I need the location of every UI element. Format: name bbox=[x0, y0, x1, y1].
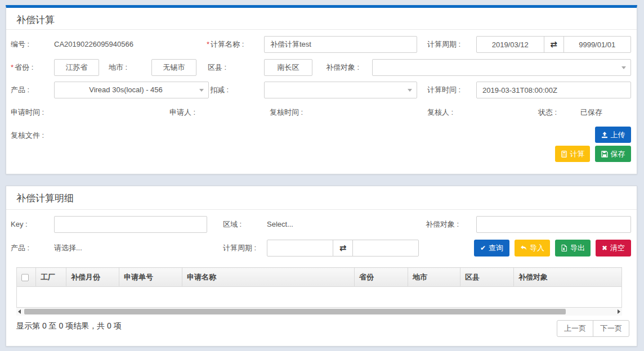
district-label: 区县 : bbox=[208, 59, 226, 76]
calc-name-label-text: 计算名称 : bbox=[211, 40, 244, 48]
horizontal-scrollbar[interactable] bbox=[16, 308, 622, 316]
prev-page-button[interactable]: 上一页 bbox=[557, 320, 593, 337]
query-button[interactable]: ✔ 查询 bbox=[474, 240, 509, 256]
compensation-calc-panel: 补偿计算 编号 : CA20190226095940566 *计算名称 : 计算… bbox=[6, 5, 637, 174]
upload-button-label: 上传 bbox=[611, 130, 625, 140]
calc-name-input[interactable] bbox=[264, 36, 417, 53]
swap-arrows-icon: ⇄ bbox=[333, 240, 353, 256]
region-multiselect[interactable]: Select... bbox=[267, 216, 293, 233]
divider bbox=[6, 209, 637, 210]
calculate-button[interactable]: 计算 bbox=[555, 146, 590, 162]
compensation-detail-panel: 补偿计算明细 Key : 区域 : Select... 补偿对象 : 产品 : … bbox=[6, 186, 637, 346]
swap-arrows-icon: ⇄ bbox=[544, 37, 564, 52]
save-icon bbox=[601, 151, 608, 158]
key-input[interactable] bbox=[54, 216, 207, 233]
city-input[interactable] bbox=[151, 59, 196, 76]
results-table: 工厂 补偿月份 申请单号 申请名称 省份 地市 区县 补偿对象 bbox=[16, 267, 622, 308]
comp-target-label: 补偿对象 : bbox=[326, 59, 359, 76]
calculate-button-label: 计算 bbox=[570, 149, 585, 159]
select-all-cell bbox=[17, 268, 36, 287]
select-all-checkbox[interactable] bbox=[21, 274, 29, 281]
column-header-province: 省份 bbox=[355, 268, 408, 287]
column-header-factory: 工厂 bbox=[36, 268, 66, 287]
applicant-label: 申请人 : bbox=[169, 107, 195, 118]
panel2-title: 补偿计算明细 bbox=[16, 192, 74, 205]
table-header-row: 工厂 补偿月份 申请单号 申请名称 省份 地市 区县 补偿对象 bbox=[17, 268, 622, 287]
district-input[interactable] bbox=[264, 59, 312, 76]
calc-time-input[interactable] bbox=[476, 82, 631, 98]
province-label-text: 省份 : bbox=[15, 63, 33, 71]
panel1-title: 补偿计算 bbox=[16, 14, 55, 26]
import-button-label: 导入 bbox=[530, 243, 544, 253]
pagination: 上一页 下一页 bbox=[557, 320, 629, 337]
column-header-comp-target: 补偿对象 bbox=[514, 268, 622, 287]
export-button[interactable]: 导出 bbox=[555, 240, 591, 256]
chevron-down-icon bbox=[408, 89, 412, 94]
scroll-left-arrow-icon[interactable] bbox=[18, 309, 21, 314]
save-button-label: 保存 bbox=[611, 149, 625, 159]
clear-button-label: 清空 bbox=[610, 243, 625, 253]
status-label: 状态 : bbox=[538, 107, 557, 118]
calc-name-label: *计算名称 : bbox=[207, 36, 244, 53]
clear-button[interactable]: ✖ 清空 bbox=[596, 240, 631, 256]
upload-icon bbox=[601, 132, 608, 138]
reviewer-label: 复核人 : bbox=[427, 107, 453, 118]
calc-period-end-input[interactable] bbox=[564, 37, 631, 52]
review-file-label: 复核文件 : bbox=[11, 130, 44, 141]
export-button-label: 导出 bbox=[570, 243, 585, 253]
deduction-select[interactable] bbox=[264, 82, 417, 98]
column-header-apply-name: 申请名称 bbox=[182, 268, 355, 287]
query-button-label: 查询 bbox=[489, 243, 503, 253]
detail-product-select[interactable]: 请选择... bbox=[54, 240, 82, 256]
calc-time-label: 计算时间 : bbox=[427, 82, 460, 98]
review-time-label: 复核时间 : bbox=[270, 107, 303, 118]
upload-button[interactable]: 上传 bbox=[595, 127, 631, 143]
clear-x-icon: ✖ bbox=[602, 245, 607, 251]
detail-period-end-input[interactable] bbox=[353, 240, 418, 256]
chevron-down-icon bbox=[199, 89, 204, 94]
import-button[interactable]: 导入 bbox=[515, 240, 550, 256]
column-header-apply-number: 申请单号 bbox=[119, 268, 182, 287]
calculator-icon bbox=[561, 151, 567, 158]
required-asterisk: * bbox=[11, 63, 14, 71]
calc-period-start-input[interactable] bbox=[477, 37, 544, 52]
status-value: 已保存 bbox=[580, 107, 602, 118]
detail-period-label: 计算周期 : bbox=[223, 240, 256, 256]
region-label: 区域 : bbox=[223, 216, 242, 233]
scrollbar-thumb[interactable] bbox=[24, 309, 566, 314]
export-excel-file-icon bbox=[561, 245, 567, 251]
product-select-value: Viread 30s(local) - 456 bbox=[55, 82, 197, 98]
empty-row bbox=[17, 287, 622, 308]
column-header-district: 区县 bbox=[460, 268, 514, 287]
calc-period-range: ⇄ bbox=[476, 36, 631, 53]
scroll-right-arrow-icon[interactable] bbox=[618, 309, 620, 314]
product-label: 产品 : bbox=[11, 82, 29, 98]
number-value: CA20190226095940566 bbox=[54, 36, 133, 53]
province-input[interactable] bbox=[54, 59, 99, 76]
city-label: 地市 : bbox=[109, 59, 127, 76]
key-label: Key : bbox=[11, 216, 28, 233]
number-label: 编号 : bbox=[11, 36, 29, 53]
column-header-comp-month: 补偿月份 bbox=[66, 268, 119, 287]
province-label: *省份 : bbox=[11, 59, 33, 76]
check-icon: ✔ bbox=[480, 245, 486, 251]
divider bbox=[6, 29, 637, 30]
next-page-button[interactable]: 下一页 bbox=[593, 320, 629, 337]
apply-time-label: 申请时间 : bbox=[11, 107, 44, 118]
detail-comp-target-label: 补偿对象 : bbox=[426, 216, 459, 233]
results-summary: 显示第 0 至 0 项结果，共 0 项 bbox=[16, 321, 122, 331]
save-button[interactable]: 保存 bbox=[595, 146, 631, 162]
comp-target-select[interactable] bbox=[372, 59, 631, 76]
detail-period-start-input[interactable] bbox=[267, 240, 333, 256]
required-asterisk: * bbox=[207, 40, 209, 48]
column-header-city: 地市 bbox=[408, 268, 460, 287]
calc-period-label: 计算周期 : bbox=[427, 36, 460, 53]
chevron-down-icon bbox=[621, 66, 626, 71]
detail-comp-target-input[interactable] bbox=[476, 216, 631, 233]
detail-period-range: ⇄ bbox=[267, 240, 419, 256]
detail-product-label: 产品 : bbox=[11, 240, 29, 256]
import-reply-icon bbox=[520, 245, 527, 251]
empty-table-body bbox=[17, 287, 622, 308]
product-select[interactable]: Viread 30s(local) - 456 bbox=[54, 82, 209, 98]
deduction-label: 扣减 : bbox=[210, 82, 229, 98]
